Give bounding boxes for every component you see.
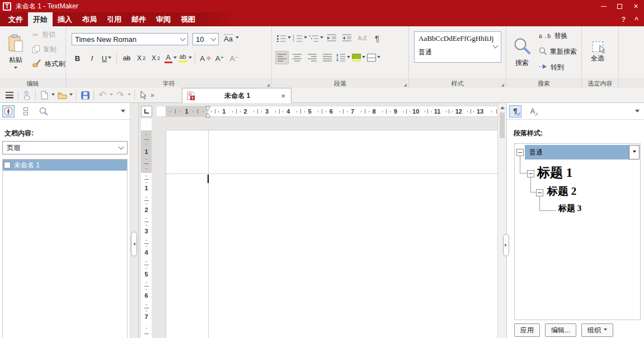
maximize-button[interactable] — [612, 0, 628, 12]
main-menu-button[interactable] — [4, 89, 15, 101]
panel-menu-chevron-icon[interactable] — [635, 110, 640, 115]
justify-button[interactable] — [321, 51, 334, 64]
organize-button[interactable]: 组织 — [581, 323, 613, 337]
content-type-dropdown[interactable]: 页眉 — [2, 141, 128, 154]
dialog-launcher-icon[interactable]: ◢ — [404, 83, 407, 87]
open-button[interactable] — [57, 89, 68, 101]
bullet-list-button[interactable] — [276, 31, 291, 45]
paste-button[interactable]: 粘贴 — [3, 29, 28, 76]
structure-view-button[interactable] — [20, 105, 32, 118]
scroll-up-button[interactable] — [498, 103, 506, 112]
borders-button[interactable] — [367, 51, 380, 64]
collapse-expander[interactable] — [527, 170, 534, 177]
formatting-marks-button[interactable]: ¶ — [370, 31, 384, 45]
minimize-button[interactable] — [595, 0, 612, 12]
undo-button[interactable]: ↶ — [97, 89, 108, 101]
navigation-view-button[interactable] — [2, 105, 15, 118]
left-panel-splitter[interactable] — [130, 103, 139, 338]
tab-stop-selector-button[interactable] — [141, 106, 152, 117]
strikethrough-button[interactable]: ab — [120, 51, 134, 65]
superscript-button[interactable]: X2 — [149, 51, 163, 65]
align-left-button[interactable] — [275, 51, 289, 64]
ruler-number: 4 — [286, 109, 290, 115]
chevron-down-icon[interactable] — [128, 93, 131, 97]
document-tab[interactable]: T 未命名 1 × — [182, 88, 292, 103]
list-item[interactable]: 未命名 1 — [3, 159, 127, 171]
replace-button[interactable]: a→b 替换 — [538, 28, 577, 44]
tab-view[interactable]: 视图 — [176, 12, 200, 26]
object-mode-button[interactable] — [138, 89, 149, 101]
format-painter-button[interactable]: 格式刷 — [31, 57, 65, 71]
save-button[interactable] — [79, 89, 91, 101]
style-item-heading3[interactable]: 标题 3 — [558, 203, 581, 214]
dialog-launcher-icon[interactable]: ◢ — [267, 83, 270, 87]
paragraph-styles-button[interactable]: ¶ — [509, 105, 521, 118]
toolbar-overflow-button[interactable]: » — [151, 91, 154, 99]
character-styles-button[interactable]: A — [527, 105, 539, 118]
tab-mailings[interactable]: 邮件 — [126, 12, 151, 26]
numbered-list-button[interactable]: 123 — [293, 31, 307, 45]
apply-button[interactable]: 应用 — [514, 323, 540, 337]
document-page[interactable] — [166, 130, 497, 338]
sort-button[interactable]: A↕Z — [355, 31, 369, 45]
touch-mode-button[interactable] — [21, 89, 32, 101]
multilevel-list-button[interactable]: 1 — [309, 31, 323, 45]
underline-button[interactable]: U — [100, 51, 114, 65]
reset-formatting-button[interactable]: A — [198, 51, 212, 65]
tab-home[interactable]: 开始 — [28, 12, 53, 26]
chevron-down-icon[interactable] — [110, 93, 113, 97]
tab-file[interactable]: 文件 — [3, 12, 28, 26]
cut-button[interactable]: ✂ 剪切 — [31, 27, 65, 42]
subscript-button[interactable]: X2 — [134, 51, 148, 65]
select-all-button[interactable]: 全选 — [585, 29, 610, 76]
change-case-button[interactable]: Aa — [224, 34, 239, 43]
bold-button[interactable]: B — [70, 51, 84, 65]
font-name-combobox[interactable]: Times New Roman — [72, 33, 188, 45]
panel-menu-chevron-icon[interactable] — [121, 110, 125, 115]
goto-button[interactable]: 转到 — [538, 59, 577, 75]
collapse-right-panel-handle[interactable] — [503, 234, 509, 256]
increase-indent-button[interactable] — [325, 31, 339, 45]
collapse-expander[interactable] — [516, 149, 524, 156]
edit-style-button[interactable]: 编辑... — [545, 323, 576, 337]
highlight-button[interactable]: ab — [178, 51, 192, 65]
shrink-font-button[interactable]: A⁻ — [227, 51, 241, 65]
style-gallery[interactable]: AaBbCcDdEeFfGgHhIiJj 普通 — [414, 31, 501, 63]
redo-button[interactable]: ↷ — [115, 89, 126, 101]
search-again-button[interactable]: 重新搜索 — [538, 44, 577, 59]
font-size-combobox[interactable]: 10 — [192, 33, 219, 45]
grow-font-button[interactable]: A⁺ — [213, 51, 227, 65]
style-dropdown-button[interactable] — [629, 145, 640, 159]
indent-marker[interactable] — [205, 106, 210, 119]
decrease-indent-button[interactable] — [340, 31, 354, 45]
borders-icon — [367, 54, 376, 62]
tab-insert[interactable]: 插入 — [53, 12, 77, 26]
close-button[interactable]: × — [628, 0, 644, 12]
tab-layout[interactable]: 布局 — [77, 12, 102, 26]
chevron-down-icon[interactable] — [69, 93, 73, 97]
style-item-heading1[interactable]: 标题 1 — [537, 164, 572, 181]
dialog-launcher-icon[interactable]: ◢ — [501, 83, 504, 87]
help-button[interactable]: ? — [622, 16, 626, 24]
font-color-button[interactable]: A — [163, 51, 177, 65]
scrollbar-thumb[interactable] — [500, 112, 505, 138]
search-button[interactable]: 搜索 — [510, 29, 534, 76]
new-document-button[interactable] — [39, 89, 50, 101]
shading-button[interactable] — [352, 51, 365, 64]
align-center-button[interactable] — [290, 51, 304, 64]
copy-button[interactable]: 复制 — [31, 42, 65, 57]
chevron-down-icon[interactable] — [51, 93, 55, 97]
align-right-button[interactable] — [305, 51, 319, 64]
style-item-normal[interactable]: 普通 — [525, 145, 629, 159]
collapse-left-panel-handle[interactable] — [131, 232, 137, 256]
collapse-expander[interactable] — [536, 189, 543, 196]
search-view-button[interactable] — [37, 105, 49, 118]
document-tab-close[interactable]: × — [280, 92, 286, 100]
tab-review[interactable]: 审阅 — [151, 12, 176, 26]
vertical-scrollbar[interactable] — [497, 103, 506, 338]
line-spacing-button[interactable] — [336, 51, 350, 64]
checkbox[interactable] — [4, 162, 11, 168]
italic-button[interactable]: I — [85, 51, 99, 65]
tab-references[interactable]: 引用 — [102, 12, 126, 26]
collapse-ribbon-button[interactable]: ^ — [634, 16, 638, 24]
